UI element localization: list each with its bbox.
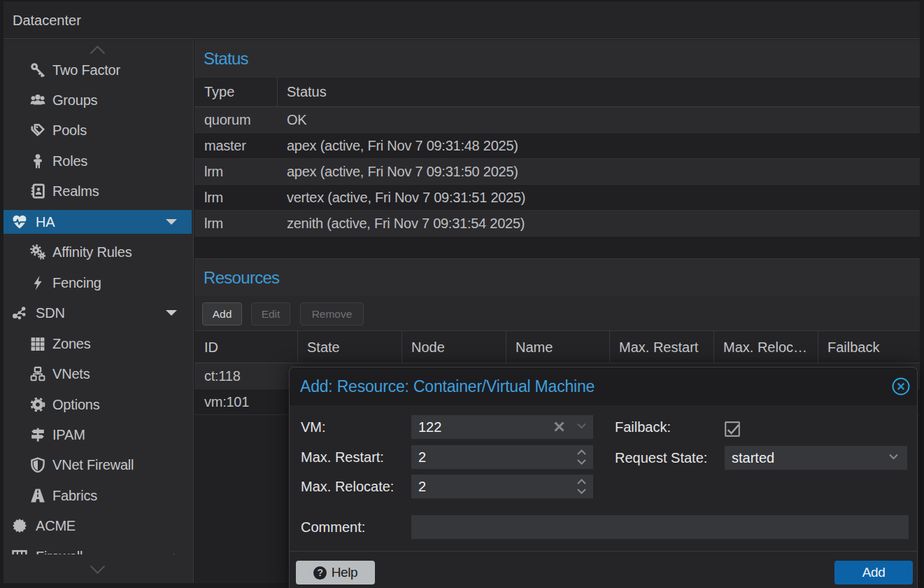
svg-text:?: ? bbox=[317, 567, 322, 578]
